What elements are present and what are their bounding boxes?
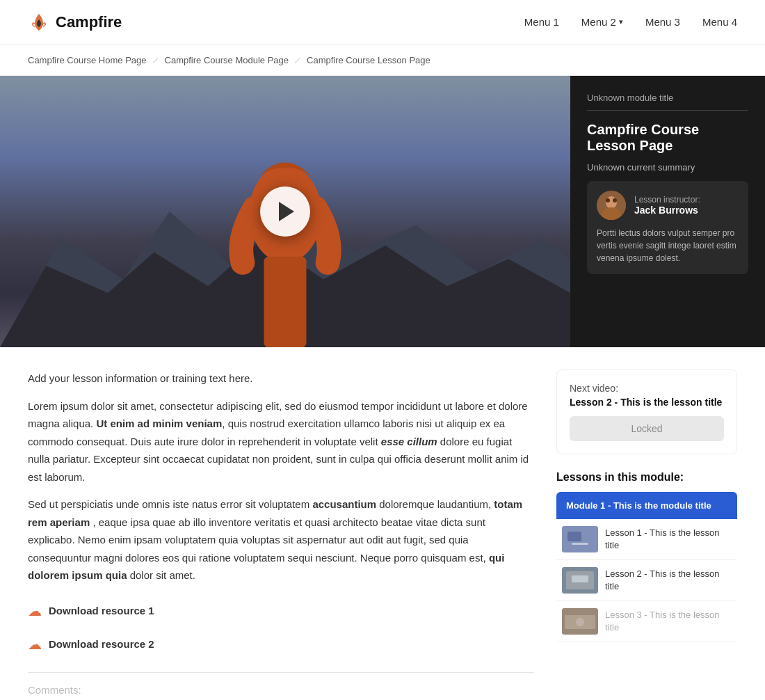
logo-text: Campfire <box>56 13 122 31</box>
hero-section: Unknown module title Campfire Course Les… <box>0 76 765 347</box>
lessons-heading: Lessons in this module: <box>556 471 737 484</box>
instructor-top: Lesson instructor: Jack Burrows <box>597 191 739 220</box>
lesson-2-thumb <box>562 567 598 594</box>
hero-sidebar: Unknown module title Campfire Course Les… <box>570 76 765 347</box>
download-2-icon: ☁ <box>28 636 42 653</box>
svg-point-8 <box>613 198 617 202</box>
lesson-content: Add your lesson information or training … <box>28 369 534 696</box>
nav-menu-2[interactable]: Menu 2 ▾ <box>581 16 623 28</box>
download-1-label: Download resource 1 <box>49 605 154 617</box>
play-icon <box>279 202 294 221</box>
lesson-title-hero: Campfire Course Lesson Page <box>587 122 748 154</box>
locked-button[interactable]: Locked <box>570 416 724 441</box>
svg-rect-11 <box>572 543 588 545</box>
svg-point-5 <box>606 196 617 209</box>
instructor-card: Lesson instructor: Jack Burrows Portti l… <box>587 181 748 274</box>
download-resource-2-button[interactable]: ☁ Download resource 2 <box>28 628 534 661</box>
instructor-bio: Portti lectus dolors vulput semper pro v… <box>597 227 739 264</box>
lesson-2-title: Lesson 2 - This is the lesson title <box>605 568 732 593</box>
lesson-2-thumb-img <box>562 567 598 594</box>
download-1-icon: ☁ <box>28 603 42 619</box>
next-video-title: Lesson 2 - This is the lesson title <box>570 397 724 408</box>
lesson-1-thumb <box>562 526 598 552</box>
video-area[interactable] <box>0 76 570 347</box>
avatar <box>597 191 626 220</box>
nav-menu-3[interactable]: Menu 3 <box>645 16 680 28</box>
breadcrumb-home[interactable]: Campfire Course Home Page <box>28 55 147 65</box>
lesson-paragraph-2: Sed ut perspiciatis unde omnis iste natu… <box>28 495 534 584</box>
next-video-box: Next video: Lesson 2 - This is the lesso… <box>556 369 737 454</box>
svg-rect-10 <box>567 532 581 541</box>
lesson-3-thumb-img <box>562 608 598 635</box>
nav-menu-4[interactable]: Menu 4 <box>702 16 737 28</box>
instructor-label: Lesson instructor: <box>634 195 700 205</box>
breadcrumb-module[interactable]: Campfire Course Module Page <box>165 55 289 65</box>
lesson-summary: Unknown current summary <box>587 162 748 173</box>
divider <box>28 672 534 673</box>
breadcrumb-sep-1: ⟋ <box>151 54 161 65</box>
lesson-paragraph-1: Lorem ipsum dolor sit amet, consectetur … <box>28 397 534 486</box>
svg-point-17 <box>576 618 584 626</box>
instructor-name: Jack Burrows <box>634 205 700 216</box>
lessons-section: Lessons in this module: Module 1 - This … <box>556 471 737 642</box>
chevron-down-icon: ▾ <box>619 17 623 26</box>
download-2-label: Download resource 2 <box>49 638 154 650</box>
nav-menu-1[interactable]: Menu 1 <box>524 16 559 28</box>
logo[interactable]: Campfire <box>28 11 122 33</box>
breadcrumb-sep-2: ⟋ <box>293 54 303 65</box>
lesson-intro: Add your lesson information or training … <box>28 369 534 388</box>
comments-label: Comments: <box>28 684 534 696</box>
lesson-1-thumb-img <box>562 526 598 552</box>
lesson-3-thumb <box>562 608 598 635</box>
lesson-3-title: Lesson 3 - This is the lesson title <box>605 609 732 634</box>
lesson-1-title: Lesson 1 - This is the lesson title <box>605 527 732 552</box>
navbar: Campfire Menu 1 Menu 2 ▾ Menu 3 Menu 4 <box>0 0 765 45</box>
svg-point-7 <box>606 198 610 202</box>
lesson-item-1[interactable]: Lesson 1 - This is the lesson title <box>556 519 737 560</box>
download-resource-1-button[interactable]: ☁ Download resource 1 <box>28 594 534 628</box>
breadcrumb-lesson[interactable]: Campfire Course Lesson Page <box>307 55 430 65</box>
module-header: Module 1 - This is the module title <box>556 492 737 519</box>
right-sidebar: Next video: Lesson 2 - This is the lesso… <box>556 369 737 642</box>
next-video-label: Next video: <box>570 383 724 394</box>
content-row: Add your lesson information or training … <box>0 347 765 700</box>
lesson-list: Lesson 1 - This is the lesson title Less… <box>556 519 737 642</box>
play-button[interactable] <box>260 186 310 237</box>
instructor-name-wrap: Lesson instructor: Jack Burrows <box>634 195 700 216</box>
module-title-small: Unknown module title <box>587 93 748 111</box>
svg-rect-3 <box>264 256 306 347</box>
logo-icon <box>28 11 50 33</box>
breadcrumb: Campfire Course Home Page ⟋ Campfire Cou… <box>0 45 765 76</box>
lesson-item-2[interactable]: Lesson 2 - This is the lesson title <box>556 560 737 601</box>
svg-rect-14 <box>572 575 588 582</box>
nav-links: Menu 1 Menu 2 ▾ Menu 3 Menu 4 <box>524 16 737 28</box>
lesson-item-3[interactable]: Lesson 3 - This is the lesson title <box>556 601 737 642</box>
